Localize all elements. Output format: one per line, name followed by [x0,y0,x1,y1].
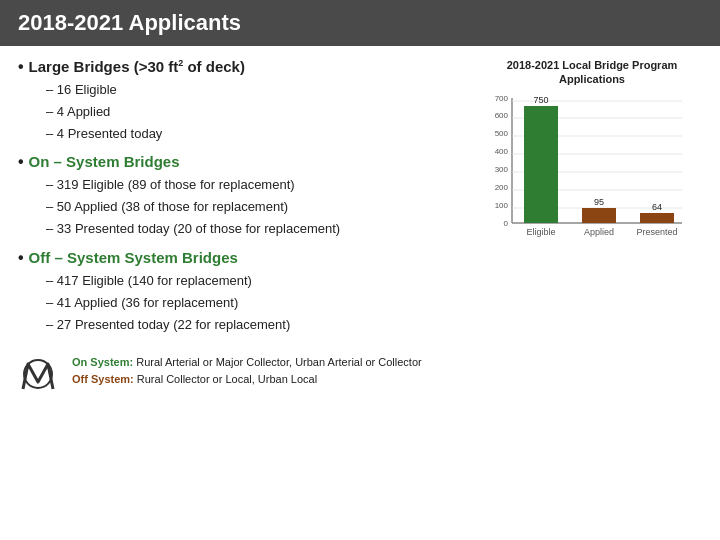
left-panel: • Large Bridges (>30 ft2 of deck) 16 Eli… [18,58,472,344]
bar-presented [640,213,674,223]
logo [18,354,58,394]
bar-presented-value: 64 [652,202,662,212]
logo-icon [18,354,58,394]
bar-applied [582,208,616,223]
list-item: 27 Presented today (22 for replacement) [46,314,472,336]
chart-panel: 2018-2021 Local Bridge Program Applicati… [482,58,702,344]
list-item: 319 Eligible (89 of those for replacemen… [46,174,472,196]
bar-chart: 0 100 200 300 400 500 600 700 750 El [482,93,692,253]
bullet-off-system: • Off – System System Bridges 417 Eligib… [18,249,472,336]
list-item: 4 Applied [46,101,472,123]
list-item: 417 Eligible (140 for replacement) [46,270,472,292]
chart-title: 2018-2021 Local Bridge Program Applicati… [482,58,702,87]
bullet-on-system-title: • On – System Bridges [18,153,472,171]
svg-point-18 [24,360,52,388]
title-text: 2018-2021 Applicants [18,10,241,35]
svg-text:300: 300 [495,165,509,174]
bar-presented-label: Presented [636,227,677,237]
bar-applied-label: Applied [584,227,614,237]
bullet-large-bridges: • Large Bridges (>30 ft2 of deck) 16 Eli… [18,58,472,145]
list-item: 16 Eligible [46,79,472,101]
bullet-on-system: • On – System Bridges 319 Eligible (89 o… [18,153,472,240]
on-system-description: On System: Rural Arterial or Major Colle… [72,354,422,372]
bar-eligible [524,106,558,223]
bar-eligible-label: Eligible [526,227,555,237]
bullet-large-bridges-title: • Large Bridges (>30 ft2 of deck) [18,58,472,76]
footer: On System: Rural Arterial or Major Colle… [18,354,702,394]
svg-text:0: 0 [504,219,509,228]
svg-text:500: 500 [495,129,509,138]
svg-text:400: 400 [495,147,509,156]
sub-items-off-system: 417 Eligible (140 for replacement) 41 Ap… [18,270,472,336]
list-item: 41 Applied (36 for replacement) [46,292,472,314]
svg-text:600: 600 [495,111,509,120]
bar-eligible-value: 750 [533,95,548,105]
off-system-description: Off System: Rural Collector or Local, Ur… [72,371,422,389]
chart-container: 0 100 200 300 400 500 600 700 750 El [482,93,692,253]
page-title: 2018-2021 Applicants [0,0,720,46]
svg-text:700: 700 [495,94,509,103]
footer-text: On System: Rural Arterial or Major Colle… [72,354,422,389]
list-item: 33 Presented today (20 of those for repl… [46,218,472,240]
sub-items-on-system: 319 Eligible (89 of those for replacemen… [18,174,472,240]
svg-text:100: 100 [495,201,509,210]
list-item: 50 Applied (38 of those for replacement) [46,196,472,218]
sub-items-large-bridges: 16 Eligible 4 Applied 4 Presented today [18,79,472,145]
bullet-off-system-title: • Off – System System Bridges [18,249,472,267]
svg-text:200: 200 [495,183,509,192]
off-system-label: Off System: [72,373,134,385]
on-system-label: On System: [72,356,133,368]
bar-applied-value: 95 [594,197,604,207]
list-item: 4 Presented today [46,123,472,145]
